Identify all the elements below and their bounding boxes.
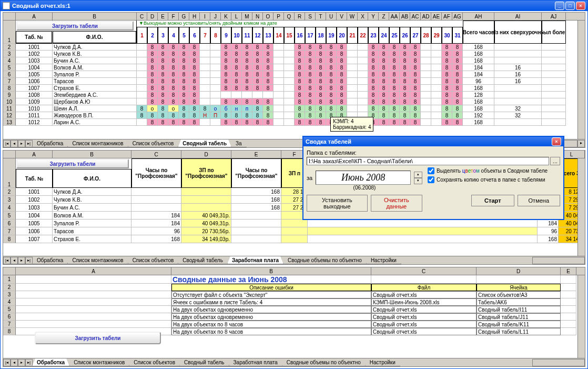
month-spinner[interactable]: ▴▾	[414, 172, 422, 184]
day-4[interactable]: 4	[168, 27, 179, 44]
tab-Сводный табель[interactable]: Сводный табель	[178, 139, 231, 147]
folder-label: Папка с табелями:	[307, 149, 560, 156]
vscroll-3[interactable]	[577, 275, 585, 358]
load-button-1[interactable]: Загрузить табели	[16, 21, 134, 31]
day-21[interactable]: 21	[347, 27, 358, 44]
table-row: 7 1006 Тарасов888888888888888888888896 1…	[3, 78, 585, 85]
day-20[interactable]: 20	[337, 27, 347, 44]
day-9[interactable]: 9	[221, 27, 231, 44]
day-24[interactable]: 24	[379, 27, 389, 44]
tab-Заработная плата[interactable]: Заработная плата	[229, 358, 282, 366]
tab-first[interactable]: |◂	[3, 140, 11, 147]
clear-data-button[interactable]: Очистить данные	[371, 195, 422, 212]
tab-Сводные объемы по объектно[interactable]: Сводные объемы по объектно	[282, 358, 366, 366]
hdr-tab: Таб. №	[16, 31, 52, 43]
tab-Сводные объемы по объектно[interactable]: Сводные объемы по объектно	[283, 256, 367, 264]
main-titlebar: Сводный отчет.xls:1 _ □ ×	[1, 1, 587, 11]
day-26[interactable]: 26	[400, 27, 410, 44]
tab-Список объектов[interactable]: Список объектов	[128, 139, 179, 147]
day-2[interactable]: 2	[147, 27, 158, 44]
col-AH[interactable]: AH	[463, 13, 494, 20]
chk-savecopy[interactable]	[428, 176, 434, 183]
tab-Заработная плата[interactable]: Заработная плата	[227, 256, 283, 264]
tab-Список монтажников[interactable]: Список монтажников	[67, 139, 128, 147]
day-1[interactable]: 1	[137, 27, 147, 44]
tab-Список объектов[interactable]: Список объектов	[129, 358, 180, 366]
table-row: 6 1005 Зупалов Р. 184 40 049,31р. 184 40…	[3, 220, 585, 227]
tab-Настройки[interactable]: Настройки	[366, 256, 401, 264]
tab-Обработка[interactable]: Обработка	[32, 139, 68, 147]
day-19[interactable]: 19	[326, 27, 337, 44]
tab-Обработка[interactable]: Обработка	[32, 358, 69, 366]
day-15[interactable]: 15	[284, 27, 295, 44]
table-row: 8 1007 Страхов Е. 168 34 149,03р. 168 34…	[3, 235, 585, 243]
dialog-close[interactable]: ×	[552, 137, 561, 146]
minimize-button[interactable]: _	[555, 2, 564, 10]
day-12[interactable]: 12	[252, 27, 263, 44]
tabstrip-2: |◂◂▸▸| ОбработкаСписок монтажниковСписок…	[3, 256, 585, 264]
day-28[interactable]: 28	[421, 27, 431, 44]
cancel-button[interactable]: Отмена	[518, 195, 560, 206]
tab-Список объектов[interactable]: Список объектов	[128, 256, 179, 264]
tab-Список монтажников[interactable]: Список монтажников	[67, 256, 128, 264]
day-27[interactable]: 27	[410, 27, 421, 44]
tab-next[interactable]: ▸	[18, 140, 25, 147]
start-button[interactable]: Старт	[471, 195, 514, 206]
day-17[interactable]: 17	[305, 27, 316, 44]
day-29[interactable]: 29	[431, 27, 442, 44]
hdr-overtime: Из них сверхурочно	[494, 21, 542, 44]
day-8[interactable]: 8	[210, 27, 221, 44]
tab-Настройки[interactable]: Настройки	[365, 358, 400, 366]
day-10[interactable]: 10	[231, 27, 242, 44]
col-B[interactable]: B	[53, 13, 137, 20]
maximize-button[interactable]: □	[565, 2, 575, 10]
tab-За[interactable]: За	[231, 139, 247, 147]
table-row: 7 На двух объектах по 8 часов Сводный от…	[3, 321, 585, 328]
scroll-right-btn[interactable]: ▸	[577, 140, 585, 147]
day-14[interactable]: 14	[273, 27, 284, 44]
day-30[interactable]: 30	[442, 27, 452, 44]
day-13[interactable]: 13	[263, 27, 273, 44]
day-3[interactable]: 3	[158, 27, 168, 44]
day-5[interactable]: 5	[179, 27, 189, 44]
tab-prev[interactable]: ◂	[11, 140, 18, 147]
col-AI[interactable]: AI	[494, 13, 542, 20]
tab-Сводный табель[interactable]: Сводный табель	[178, 256, 228, 264]
select-all[interactable]	[3, 13, 16, 20]
col-AJ[interactable]: AJ	[542, 13, 566, 20]
app-icon	[3, 2, 10, 9]
day-31[interactable]: 31	[452, 27, 463, 44]
load-button-2[interactable]: Загрузить табели	[16, 159, 129, 168]
day-25[interactable]: 25	[389, 27, 400, 44]
col-A[interactable]: A	[16, 13, 53, 20]
vscroll-1[interactable]	[577, 21, 585, 139]
table-row: 4 Ячеек с ошибками в листе Табель: 4 КЭМ…	[3, 298, 585, 306]
close-button[interactable]: ×	[576, 2, 585, 10]
load-button-3[interactable]: Загрузить табели	[35, 332, 161, 344]
dialog-svodka: Сводка табелей × Папка с табелями: ... з…	[302, 136, 564, 220]
cell-tooltip: КЭМП: 4 Баррикадная: 4	[330, 117, 373, 132]
day-6[interactable]: 6	[189, 27, 200, 44]
vscroll-2[interactable]	[577, 158, 585, 256]
tab-last[interactable]: ▸|	[25, 140, 33, 147]
day-11[interactable]: 11	[242, 27, 252, 44]
tabstrip-3: |◂◂▸▸| ОбработкаСписок монтажниковСписок…	[3, 358, 585, 366]
tab-Список монтажников[interactable]: Список монтажников	[69, 358, 129, 366]
day-7[interactable]: 7	[200, 27, 210, 44]
month-display: Июнь 2008	[316, 171, 411, 185]
folder-input[interactable]	[307, 157, 549, 165]
day-22[interactable]: 22	[358, 27, 368, 44]
day-18[interactable]: 18	[316, 27, 326, 44]
tab-Обработка[interactable]: Обработка	[32, 256, 68, 264]
tab-Сводный табель[interactable]: Сводный табель	[179, 358, 229, 366]
table-row: 3 Отсутствует файл с объекта "Эксперт" С…	[3, 291, 585, 298]
set-holidays-button[interactable]: Установить выходные	[307, 195, 368, 212]
day-23[interactable]: 23	[368, 27, 379, 44]
table-row: 3 1002 Чулков К.В.8888888888888888888888…	[3, 51, 585, 57]
table-row: 5 1004 Волков А.М.8888888888888888888888…	[3, 64, 585, 71]
browse-button[interactable]: ...	[550, 157, 560, 165]
hdr-fio: Ф.И.О.	[53, 31, 136, 43]
chk-highlight[interactable]	[428, 167, 434, 174]
day-16[interactable]: 16	[295, 27, 305, 44]
table-row: 11 1010 Шеин А.Л.8о8о888обнп888888888888…	[3, 105, 585, 112]
